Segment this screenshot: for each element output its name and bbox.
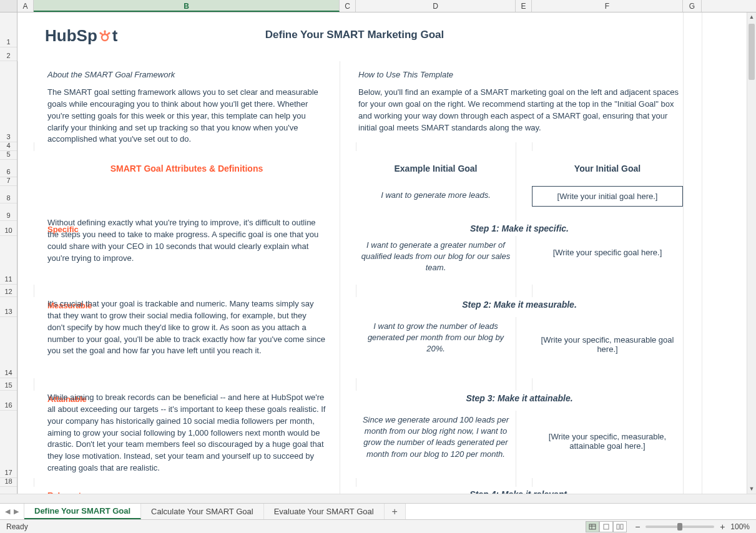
horizontal-scrollbar[interactable] xyxy=(0,494,756,503)
column-header-B[interactable]: B xyxy=(34,0,340,12)
your-goal-1[interactable]: [Write your specific, measurable goal he… xyxy=(536,335,679,354)
row-header-16[interactable]: 16 xyxy=(0,391,17,411)
spreadsheet-grid[interactable]: HubSptDefine Your SMART Marketing Goal A… xyxy=(17,12,756,494)
column-header-G[interactable]: G xyxy=(683,0,702,12)
sheet-tab-0[interactable]: Define Your SMART Goal xyxy=(24,504,141,519)
example-2: Since we generate around 100 leads per m… xyxy=(360,414,512,460)
initial-your-goal-input[interactable]: [Write your initial goal here.] xyxy=(532,186,683,207)
howto-heading: How to Use This Template xyxy=(358,70,680,79)
row-header-14[interactable]: 14 xyxy=(0,317,17,378)
row-header-8[interactable]: 8 xyxy=(0,186,17,203)
tab-nav-next[interactable]: ▶ xyxy=(14,507,19,516)
select-all-corner[interactable] xyxy=(0,0,17,12)
howto-body: Below, you'll find an example of a SMART… xyxy=(358,87,680,134)
page-title: Define Your SMART Marketing Goal xyxy=(105,29,604,41)
sheet-tab-1[interactable]: Calculate Your SMART Goal xyxy=(141,504,264,519)
your-goal-0[interactable]: [Write your specific goal here.] xyxy=(536,248,679,257)
row-header-10[interactable]: 10 xyxy=(0,221,17,236)
row-header-13[interactable]: 13 xyxy=(0,297,17,317)
add-sheet-tab[interactable]: + xyxy=(385,504,406,519)
step-label-3: Step 4: Make it relevant. xyxy=(356,489,683,494)
column-header-A[interactable]: A xyxy=(17,0,34,12)
example-header: Example Initial Goal xyxy=(356,164,516,174)
view-page-layout[interactable] xyxy=(599,521,613,532)
scrollbar-thumb[interactable] xyxy=(749,24,755,80)
row-header-column: 12345678910111213141516171819 xyxy=(0,12,17,494)
attr-name-3: Relevant xyxy=(47,491,326,494)
scroll-down-arrow[interactable]: ▼ xyxy=(747,484,756,494)
tab-nav-prev[interactable]: ◀ xyxy=(5,507,10,516)
column-header-row: ABCDEFG xyxy=(0,0,756,12)
svg-rect-10 xyxy=(604,524,609,529)
your-header: Your Initial Goal xyxy=(532,164,683,174)
initial-example: I want to generate more leads. xyxy=(356,190,516,201)
step-label-0: Step 1: Make it specific. xyxy=(356,223,683,233)
sheet-tab-2[interactable]: Evaluate Your SMART Goal xyxy=(264,504,385,519)
row-header-2[interactable]: 2 xyxy=(0,47,17,61)
scroll-up-arrow[interactable]: ▲ xyxy=(747,12,756,22)
about-body: The SMART goal setting framework allows … xyxy=(47,87,326,145)
column-header-C[interactable]: C xyxy=(340,0,356,12)
svg-rect-11 xyxy=(617,524,619,529)
attr-body-1: It's crucial that your goal is trackable… xyxy=(47,298,326,357)
example-1: I want to grow the number of leads gener… xyxy=(360,321,512,355)
step-label-2: Step 3: Make it attainable. xyxy=(356,393,683,403)
about-heading: About the SMART Goal Framework xyxy=(47,70,326,79)
zoom-out[interactable]: − xyxy=(633,522,642,532)
status-bar: Ready − + 100% xyxy=(0,519,756,533)
example-0: I want to generate a greater number of q… xyxy=(360,240,512,274)
about-section: About the SMART Goal Framework The SMART… xyxy=(34,61,340,142)
row-header-6[interactable]: 6 xyxy=(0,160,17,177)
row-header-18[interactable]: 18 xyxy=(0,478,17,487)
vertical-scrollbar[interactable]: ▲ ▼ xyxy=(747,12,756,494)
row-header-12[interactable]: 12 xyxy=(0,285,17,297)
row-header-4[interactable]: 4 xyxy=(0,142,17,151)
row-header-5[interactable]: 5 xyxy=(0,151,17,160)
attr-body-0: Without defining exactly what you're try… xyxy=(47,217,326,264)
your-goal-2[interactable]: [Write your specific, measurable, attain… xyxy=(536,432,679,451)
row-header-9[interactable]: 9 xyxy=(0,203,17,221)
howto-section: How to Use This Template Below, you'll f… xyxy=(356,61,683,142)
row-header-3[interactable]: 3 xyxy=(0,61,17,142)
zoom-control: − + 100% xyxy=(633,522,750,532)
sheet-tab-bar: ◀ ▶ Define Your SMART GoalCalculate Your… xyxy=(0,503,756,519)
svg-rect-12 xyxy=(621,524,623,529)
attr-body-2: While aiming to break records can be ben… xyxy=(47,392,326,474)
step-label-1: Step 2: Make it measurable. xyxy=(356,300,683,310)
zoom-level[interactable]: 100% xyxy=(730,522,750,531)
svg-point-5 xyxy=(99,32,101,34)
zoom-slider[interactable] xyxy=(646,526,714,528)
view-normal[interactable] xyxy=(586,521,599,532)
row-header-15[interactable]: 15 xyxy=(0,378,17,391)
attributes-header: SMART Goal Attributes & Definitions xyxy=(34,164,340,174)
row-header-19[interactable]: 19 xyxy=(0,487,17,494)
row-header-7[interactable]: 7 xyxy=(0,177,17,186)
column-header-F[interactable]: F xyxy=(532,0,683,12)
svg-rect-7 xyxy=(589,524,596,529)
row-header-17[interactable]: 17 xyxy=(0,411,17,478)
status-text: Ready xyxy=(6,522,28,531)
column-header-E[interactable]: E xyxy=(516,0,532,12)
zoom-in[interactable]: + xyxy=(718,522,727,532)
view-page-break[interactable] xyxy=(613,521,627,532)
row-header-11[interactable]: 11 xyxy=(0,236,17,285)
view-buttons xyxy=(586,521,627,532)
row-header-1[interactable]: 1 xyxy=(0,12,17,47)
column-header-D[interactable]: D xyxy=(356,0,516,12)
tab-nav-buttons: ◀ ▶ xyxy=(0,504,24,519)
